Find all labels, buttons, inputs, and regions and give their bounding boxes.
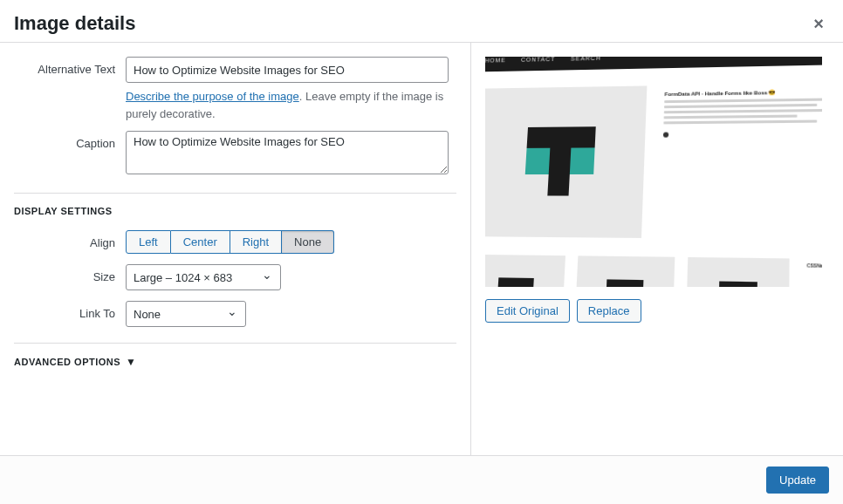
chevron-down-icon: ▼ xyxy=(126,356,136,368)
advanced-options-toggle[interactable]: ADVANCED OPTIONS ▼ xyxy=(14,356,456,368)
update-button[interactable]: Update xyxy=(766,467,829,494)
alt-text-description: Describe the purpose of the image. Leave… xyxy=(126,88,449,122)
align-label: Align xyxy=(14,230,126,249)
link-to-label: Link To xyxy=(14,301,126,320)
replace-button[interactable]: Replace xyxy=(577,299,641,323)
settings-panel: Alternative Text Describe the purpose of… xyxy=(0,43,471,455)
caption-label: Caption xyxy=(14,131,126,150)
describe-purpose-link[interactable]: Describe the purpose of the image xyxy=(126,90,299,103)
align-right-button[interactable]: Right xyxy=(230,230,282,254)
align-none-button[interactable]: None xyxy=(282,230,334,254)
align-center-button[interactable]: Center xyxy=(171,230,230,254)
align-left-button[interactable]: Left xyxy=(126,230,171,254)
edit-original-button[interactable]: Edit Original xyxy=(485,299,570,323)
modal-title: Image details xyxy=(14,12,135,35)
size-label: Size xyxy=(14,264,126,283)
preview-panel: HOME CONTACT SEARCH FormData API - Handl… xyxy=(471,43,843,455)
align-button-group: Left Center Right None xyxy=(126,230,334,254)
image-preview: HOME CONTACT SEARCH FormData API - Handl… xyxy=(485,57,822,287)
alt-text-input[interactable] xyxy=(126,57,449,83)
size-select[interactable]: Large – 1024 × 683 xyxy=(126,264,281,290)
alt-text-label: Alternative Text xyxy=(14,57,126,76)
link-to-select[interactable]: None xyxy=(126,301,246,327)
display-settings-heading: DISPLAY SETTINGS xyxy=(14,206,456,216)
caption-input[interactable]: How to Optimize Website Images for SEO xyxy=(126,131,449,174)
close-icon[interactable]: × xyxy=(808,14,829,34)
